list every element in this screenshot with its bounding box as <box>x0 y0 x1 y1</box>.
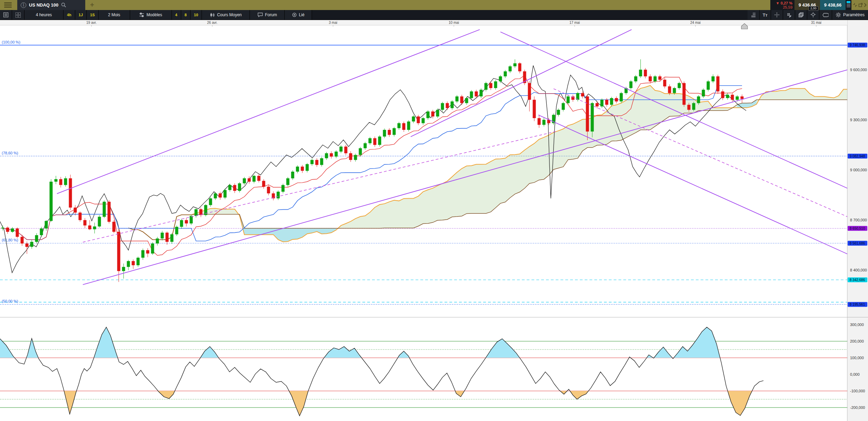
cyan-indicator-square <box>847 1 850 3</box>
layout-grid-icon[interactable] <box>12 10 25 20</box>
mini-layout-widget[interactable] <box>846 0 851 10</box>
price-tick-label: 8 700,000 <box>850 218 867 222</box>
candle <box>30 242 33 247</box>
candle <box>465 98 468 103</box>
models-button[interactable]: Modèles <box>130 10 172 20</box>
candle <box>494 82 497 88</box>
instrument-title: US NDAQ 100 <box>29 2 58 8</box>
period-4-button[interactable]: 4 <box>172 10 181 20</box>
chart-toolbar: 4 heures 4h 1J 1S 2 Mois Modèles 4 8 10 … <box>0 10 868 20</box>
shape-tool-icon[interactable] <box>819 10 832 20</box>
candle <box>1 228 4 228</box>
candle <box>306 164 309 171</box>
timeframe-1w-button[interactable]: 1S <box>87 10 98 20</box>
period-10-button[interactable]: 10 <box>191 10 202 20</box>
candle <box>26 243 29 247</box>
text-tool-button[interactable]: Tᴛ <box>760 10 771 20</box>
candle <box>156 239 159 244</box>
candle <box>238 183 241 191</box>
candle <box>45 221 48 229</box>
settings-button[interactable]: Paramètres <box>832 10 868 20</box>
candle <box>687 105 691 110</box>
chevron-right-icon[interactable] <box>864 3 867 7</box>
candle <box>736 96 739 100</box>
collapse-window-icon[interactable] <box>853 3 857 7</box>
draw-tools-icon[interactable] <box>783 10 795 20</box>
candle <box>6 228 9 232</box>
settings-label: Paramètres <box>843 12 865 17</box>
candle <box>311 160 314 164</box>
target-circle-icon <box>292 12 297 17</box>
linked-button[interactable]: Lié <box>285 10 312 20</box>
timeframe-selector[interactable]: 4 heures <box>25 10 64 20</box>
candle <box>344 146 348 153</box>
candle <box>697 96 700 103</box>
oscillator-pane[interactable]: 300,000200,000100,0000,000-100,000-200,0… <box>0 317 868 421</box>
candle <box>731 95 734 100</box>
candle <box>224 190 227 198</box>
order-list-icon[interactable] <box>0 10 12 20</box>
forum-button[interactable]: Forum <box>250 10 285 20</box>
level-badge-label: 8 650,510 <box>850 227 865 230</box>
candle <box>528 83 531 100</box>
main-chart-pane[interactable]: 19 avr.26 avr.3 mai10 mai17 mai24 mai31 … <box>0 20 868 317</box>
oscillator-tick-label: 300,000 <box>850 323 864 327</box>
candle <box>35 235 38 242</box>
candle <box>69 178 72 208</box>
candle <box>436 110 439 116</box>
candle <box>446 103 449 108</box>
candle <box>359 148 362 155</box>
add-tab-button[interactable]: + <box>85 0 99 10</box>
oscillator-svg[interactable]: 300,000200,000100,0000,000-100,000-200,0… <box>0 317 868 421</box>
candle <box>98 217 101 227</box>
candle <box>567 96 570 103</box>
candle <box>209 198 212 205</box>
candle <box>591 103 594 132</box>
dotted-grid-icon[interactable] <box>771 10 783 20</box>
instrument-tab[interactable]: 1 US NDAQ 100 <box>17 0 85 10</box>
candle <box>335 152 338 157</box>
candle <box>605 100 608 105</box>
candle <box>74 208 77 213</box>
candle <box>301 166 304 171</box>
candle <box>726 95 729 98</box>
candle <box>422 118 425 123</box>
candle <box>185 220 188 223</box>
popout-window-icon[interactable] <box>858 3 863 7</box>
fib-level-label: (61,80 %) <box>2 238 18 242</box>
period-8-button[interactable]: 8 <box>181 10 191 20</box>
fib-level-label: (50,00 %) <box>2 299 18 303</box>
main-menu-icon[interactable] <box>0 0 17 10</box>
candle <box>315 160 319 165</box>
candle <box>88 226 91 229</box>
candle <box>634 76 637 82</box>
toolbar-spacer <box>312 10 748 20</box>
candle <box>721 92 724 98</box>
candle <box>509 66 512 71</box>
range-selector[interactable]: 2 Mois <box>99 10 130 20</box>
candle <box>11 229 14 232</box>
average-price-button[interactable]: Cours Moyen <box>202 10 250 20</box>
main-chart-svg[interactable]: 19 avr.26 avr.3 mai10 mai17 mai24 mai31 … <box>0 20 868 317</box>
candle <box>330 153 333 157</box>
candle <box>369 138 372 143</box>
chart-background <box>0 20 868 317</box>
candle <box>514 63 517 66</box>
gear-icon <box>836 12 841 18</box>
buy-price-button[interactable]: 9 438,66 <box>820 0 846 10</box>
date-tick-label: 31 mai <box>811 21 821 25</box>
search-icon[interactable] <box>61 2 66 8</box>
candle <box>678 83 681 88</box>
candle <box>610 98 613 105</box>
timeframe-1d-button[interactable]: 1J <box>75 10 87 20</box>
indent-lines-icon[interactable] <box>748 10 760 20</box>
layers-icon[interactable] <box>795 10 807 20</box>
timeframe-4h-button[interactable]: 4h <box>64 10 75 20</box>
date-tick-label: 10 mai <box>449 21 459 25</box>
candle <box>228 185 232 190</box>
crosshair-icon[interactable] <box>807 10 819 20</box>
candle <box>707 82 710 90</box>
candle <box>151 243 154 253</box>
candle <box>562 103 565 110</box>
candle <box>219 193 222 198</box>
